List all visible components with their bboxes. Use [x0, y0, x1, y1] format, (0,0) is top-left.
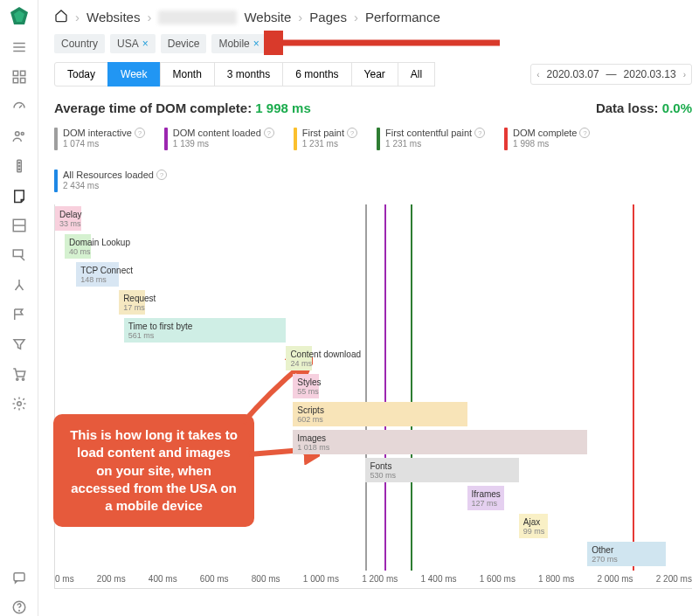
help-icon[interactable]: ? — [156, 170, 167, 180]
merge-icon[interactable] — [10, 276, 28, 294]
close-icon[interactable]: × — [253, 38, 260, 50]
svg-point-15 — [18, 169, 20, 170]
chip-country-label: Country — [54, 34, 105, 53]
chip-country-value[interactable]: USA× — [110, 34, 156, 53]
svg-point-25 — [18, 610, 19, 611]
waterfall-bar[interactable]: Images1 018 ms — [293, 430, 587, 454]
range-3months[interactable]: 3 months — [214, 62, 283, 87]
chart-legend: DOM interactive ? 1 074 ms DOM content l… — [54, 128, 692, 192]
note-icon[interactable] — [10, 187, 28, 204]
bc-sitename-blurred — [158, 10, 237, 24]
waterfall-bar[interactable]: Fonts530 ms — [365, 458, 518, 482]
legend-item[interactable]: First paint ? 1 231 ms — [294, 128, 357, 150]
help-icon[interactable]: ? — [264, 128, 274, 138]
axis-tick: 2 200 ms — [656, 574, 692, 588]
chat-icon[interactable] — [10, 569, 28, 586]
waterfall-bar[interactable]: TCP Connect148 ms — [76, 262, 119, 287]
bc-performance: Performance — [365, 10, 440, 24]
waterfall-bar[interactable]: Content download24 ms — [286, 346, 312, 370]
legend-item[interactable]: DOM complete ? 1 998 ms — [504, 128, 590, 150]
range-week[interactable]: Week — [107, 62, 160, 87]
metric-vline — [384, 204, 386, 571]
close-icon[interactable]: × — [142, 38, 149, 50]
gauge-icon[interactable] — [10, 98, 28, 115]
help-icon[interactable]: ? — [474, 128, 485, 138]
legend-item[interactable]: First contentful paint ? 1 231 ms — [377, 128, 485, 150]
metric-vline — [365, 204, 367, 571]
metric-vline — [411, 204, 412, 571]
axis-tick: 1 600 ms — [480, 574, 516, 588]
users-icon[interactable] — [10, 128, 28, 145]
bc-site[interactable]: Website — [244, 10, 291, 24]
legend-item[interactable]: DOM interactive ? 1 074 ms — [54, 128, 145, 150]
kpi-row: Average time of DOM complete: 1 998 ms D… — [54, 100, 692, 115]
help-icon[interactable]: ? — [579, 128, 590, 138]
chevron-right-icon: › — [354, 10, 358, 24]
axis-tick: 1 200 ms — [362, 574, 398, 588]
svg-rect-5 — [13, 71, 17, 75]
svg-point-14 — [18, 165, 20, 167]
chip-device-value[interactable]: Mobile× — [211, 34, 266, 53]
svg-rect-6 — [20, 71, 24, 75]
cursor-icon[interactable] — [10, 246, 28, 264]
filter-icon[interactable] — [10, 336, 28, 353]
chevron-right-icon: › — [75, 10, 80, 24]
chevron-left-icon[interactable]: ‹ — [536, 70, 539, 80]
waterfall-bar[interactable]: Other270 ms — [587, 542, 665, 566]
sidebar — [0, 0, 38, 616]
range-today[interactable]: Today — [54, 62, 108, 87]
menu-icon[interactable] — [10, 38, 28, 56]
axis-tick: 200 ms — [97, 574, 126, 588]
axis-tick: 0 ms — [55, 574, 74, 588]
kpi-avg-label: Average time of DOM complete: — [54, 100, 252, 115]
legend-item[interactable]: All Resources loaded ? 2 434 ms — [54, 170, 167, 192]
gear-icon[interactable] — [10, 395, 28, 412]
bc-websites[interactable]: Websites — [87, 10, 140, 24]
date-from: 2020.03.07 — [547, 68, 599, 80]
metric-vline — [633, 204, 634, 571]
axis-tick: 1 400 ms — [420, 574, 456, 588]
range-year[interactable]: Year — [351, 62, 398, 87]
waterfall-bar[interactable]: Request17 ms — [119, 290, 145, 315]
axis-tick: 2 000 ms — [597, 574, 633, 588]
legend-item[interactable]: DOM content loaded ? 1 139 ms — [164, 128, 274, 150]
date-picker[interactable]: ‹ 2020.03.07 — 2020.03.13 › — [530, 64, 692, 85]
axis-tick: 800 ms — [252, 574, 280, 588]
svg-rect-23 — [14, 573, 24, 581]
help-icon[interactable]: ? — [135, 128, 145, 138]
dashboard-icon[interactable] — [10, 68, 28, 86]
main-content: › Websites › Website › Pages › Performan… — [38, 0, 699, 616]
waterfall-bar[interactable]: Ajax99 ms — [519, 514, 548, 538]
chevron-right-icon[interactable]: › — [683, 70, 686, 80]
range-all[interactable]: All — [398, 62, 435, 87]
help-icon[interactable]: ? — [347, 128, 357, 138]
traffic-icon[interactable] — [10, 157, 28, 175]
svg-point-11 — [21, 133, 24, 135]
waterfall-bar[interactable]: Styles55 ms — [293, 374, 319, 398]
breadcrumb: › Websites › Website › Pages › Performan… — [54, 9, 692, 25]
layout-icon[interactable] — [10, 217, 28, 234]
axis-tick: 400 ms — [149, 574, 177, 588]
help-icon[interactable] — [10, 599, 28, 616]
waterfall-bar[interactable]: Scripts602 ms — [293, 402, 467, 426]
svg-point-21 — [22, 378, 24, 380]
range-month[interactable]: Month — [160, 62, 215, 87]
time-range-row: Today Week Month 3 months 6 months Year … — [54, 62, 692, 87]
svg-rect-18 — [13, 250, 23, 257]
kpi-loss-value: 0.0% — [662, 100, 692, 115]
annotation-callout: This is how long it takes to load conten… — [53, 414, 254, 527]
waterfall-bar[interactable]: Time to first byte561 ms — [124, 318, 287, 343]
flag-icon[interactable] — [10, 306, 28, 323]
bc-pages[interactable]: Pages — [309, 10, 347, 24]
chevron-right-icon: › — [147, 10, 151, 24]
waterfall-bar[interactable]: Domain Lookup40 ms — [65, 234, 91, 259]
filter-chips: Country USA× Device Mobile× × — [54, 34, 692, 53]
waterfall-chart: This is how long it takes to load conten… — [54, 204, 692, 589]
svg-point-20 — [16, 378, 17, 380]
home-icon[interactable] — [54, 9, 68, 25]
cart-icon[interactable] — [10, 365, 28, 383]
svg-point-13 — [18, 163, 20, 164]
waterfall-bar[interactable]: Delay33 ms — [55, 206, 81, 231]
waterfall-bar[interactable]: Iframes127 ms — [467, 486, 504, 510]
range-6months[interactable]: 6 months — [282, 62, 351, 87]
